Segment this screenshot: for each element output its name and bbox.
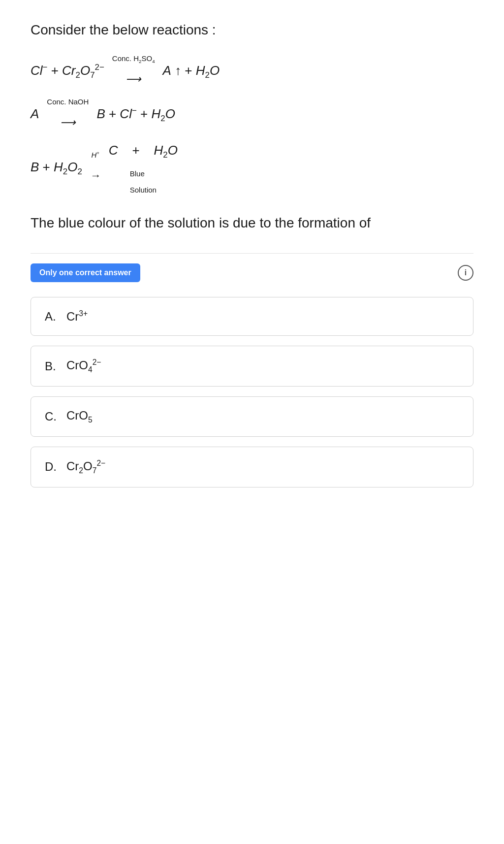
reaction-1-arrow: Conc. H2SO4 ⟶ — [112, 50, 155, 92]
option-c-content: CrO5 — [66, 409, 93, 424]
reaction-2-condition: Conc. NaOH — [47, 94, 89, 110]
option-b-letter: B. — [45, 359, 59, 373]
option-b[interactable]: B. CrO42− — [31, 346, 473, 387]
question-intro: Consider the below reactions : — [31, 20, 473, 40]
reaction-1: Cl− + Cr2O72− Conc. H2SO4 ⟶ A ↑ + H2O — [31, 50, 473, 92]
option-a-letter: A. — [45, 310, 59, 324]
option-d-content: Cr2O72− — [66, 459, 105, 475]
reaction-3-products: C + H2O BlueSolution — [109, 136, 178, 198]
divider — [31, 253, 473, 254]
info-icon[interactable]: i — [458, 265, 473, 281]
option-a-content: Cr3+ — [66, 309, 88, 324]
option-c[interactable]: C. CrO5 — [31, 396, 473, 437]
option-b-content: CrO42− — [66, 358, 101, 374]
reaction-3: B + H2O2 H+ → C + H2O BlueSolution — [31, 136, 473, 198]
reaction-3-condition: H+ — [92, 147, 100, 163]
reaction-1-condition: Conc. H2SO4 — [112, 50, 155, 66]
answer-type-badge: Only one correct answer — [31, 263, 140, 282]
reaction-2: A Conc. NaOH ⟶ B + Cl− + H2O — [31, 94, 473, 134]
reaction-2-reactants: A — [31, 100, 39, 128]
question-body: The blue colour of the solution is due t… — [31, 213, 473, 233]
option-d-letter: D. — [45, 460, 59, 474]
question-container: Consider the below reactions : Cl− + Cr2… — [31, 20, 473, 487]
reaction-1-products: A ↑ + H2O — [163, 57, 220, 85]
option-c-letter: C. — [45, 410, 59, 423]
options-list: A. Cr3+ B. CrO42− C. CrO5 D. Cr2O72− — [31, 297, 473, 487]
reaction-1-reactants: Cl− + Cr2O72− — [31, 57, 104, 85]
badge-row: Only one correct answer i — [31, 263, 473, 282]
reaction-3-reactants: B + H2O2 — [31, 153, 82, 181]
blue-label: BlueSolution — [130, 165, 157, 198]
reactions-block: Cl− + Cr2O72− Conc. H2SO4 ⟶ A ↑ + H2O A … — [31, 50, 473, 198]
reaction-2-arrow: Conc. NaOH ⟶ — [47, 94, 89, 134]
reaction-3-arrow: H+ → — [90, 147, 101, 188]
option-d[interactable]: D. Cr2O72− — [31, 447, 473, 487]
reaction-2-products: B + Cl− + H2O — [96, 100, 175, 128]
option-a[interactable]: A. Cr3+ — [31, 297, 473, 336]
